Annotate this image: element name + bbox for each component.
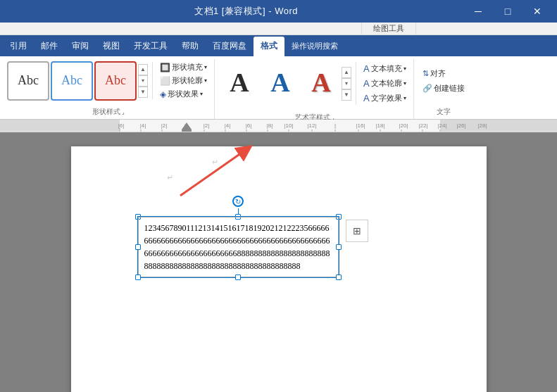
tab-caozuo[interactable]: 操作说明搜索 (284, 37, 345, 56)
handle-bot-center[interactable] (235, 274, 241, 280)
svg-rect-0 (0, 120, 120, 132)
doc-area: ↵ ↵ ↻ 1234567890111213141516171819202121… (0, 132, 557, 392)
para-mark-2: ↵ (167, 173, 173, 182)
annotation-symbol: ⊞ (353, 225, 361, 236)
art-scroll-expand[interactable]: ▾ (342, 78, 351, 89)
art-text-black[interactable]: A (220, 63, 258, 102)
svg-text:|20|: |20| (399, 122, 408, 129)
svg-text:|26|: |26| (456, 122, 465, 129)
svg-text:|24|: |24| (437, 122, 446, 129)
ribbon-content: Abc Abc Abc ▲ ▾ ▼ 🔲 (0, 56, 557, 120)
tab-bangzhu[interactable]: 帮助 (175, 37, 206, 56)
svg-text:|4|: |4| (140, 122, 146, 129)
art-scroll-up[interactable]: ▲ (342, 67, 351, 78)
title-controls: ─ □ ✕ (464, 1, 551, 21)
annotation-icon[interactable]: ⊞ (346, 220, 368, 242)
svg-text:|2|: |2| (161, 122, 168, 129)
effect-dropdown-arrow: ▾ (200, 91, 203, 97)
shape-group-label: 形状样式 ⌟ (7, 105, 210, 119)
art-text-scroll: ▲ ▾ ▼ (342, 67, 351, 101)
rotate-circle-icon[interactable]: ↻ (232, 196, 244, 207)
handle-bot-right[interactable] (336, 274, 342, 280)
shape-style-red[interactable]: Abc (94, 61, 137, 101)
fill-dropdown-arrow: ▾ (204, 64, 207, 70)
text-extra-controls: ⇅ 对齐 🔗 创建链接 (420, 64, 468, 98)
separator-2 (356, 62, 356, 105)
text-outline-icon: A (363, 78, 370, 89)
svg-text:|: | (334, 122, 336, 129)
text-group-label: 文字 (420, 105, 468, 119)
text-controls: A 文本填充 ▾ A 文本轮廓 ▾ A 文字效果 ▾ (361, 59, 409, 108)
ruler-inner: |6| |4| |2| | |2| |4| |6| |8| |10| |12| (0, 120, 557, 132)
shape-effect-button[interactable]: ◈ 形状效果 ▾ (157, 88, 210, 100)
svg-text:|16|: |16| (356, 122, 365, 129)
art-text-content: A A A ▲ ▾ ▼ A (220, 59, 409, 110)
art-scroll-down[interactable]: ▼ (342, 89, 351, 101)
shape-group-expand[interactable]: ⌟ (122, 109, 125, 115)
svg-line-39 (180, 150, 246, 196)
shape-scroll-up[interactable]: ▲ (138, 64, 148, 75)
art-text-container: A A A ▲ ▾ ▼ (220, 63, 351, 105)
drawing-tools-label: 绘图工具 (361, 23, 416, 34)
shape-styles-group: Abc Abc Abc ▲ ▾ ▼ 🔲 (3, 59, 215, 119)
svg-text:|10|: |10| (284, 122, 293, 129)
svg-text:|8|: |8| (267, 122, 273, 129)
shape-styles-container: Abc Abc Abc ▲ ▾ ▼ (7, 61, 148, 101)
shape-styles-content: Abc Abc Abc ▲ ▾ ▼ 🔲 (7, 59, 210, 105)
title-bar: 文档1 [兼容模式] - Word ─ □ ✕ (0, 0, 557, 23)
shape-style-buttons: Abc Abc Abc (7, 61, 137, 101)
minimize-button[interactable]: ─ (464, 1, 492, 21)
tab-youjian[interactable]: 邮件 (34, 37, 65, 56)
art-text-group: A A A ▲ ▾ ▼ A (216, 59, 414, 119)
handle-mid-right[interactable] (336, 244, 342, 250)
tab-baidu[interactable]: 百度网盘 (206, 37, 254, 56)
text-outline-button[interactable]: A 文本轮廓 ▾ (361, 77, 409, 90)
title-text: 文档1 [兼容模式] - Word (194, 5, 298, 18)
tab-kaifa[interactable]: 开发工具 (127, 37, 175, 56)
handle-bot-left[interactable] (135, 274, 141, 280)
text-align-button[interactable]: ⇅ 对齐 (420, 67, 468, 80)
ruler-svg: |6| |4| |2| | |2| |4| |6| |8| |10| |12| (0, 120, 557, 132)
handle-mid-left[interactable] (135, 244, 141, 250)
textbox[interactable]: 1234567890111213141516171819202121222356… (138, 217, 339, 277)
maximize-button[interactable]: □ (494, 1, 522, 21)
tab-geshi[interactable]: 格式 (254, 37, 284, 56)
shape-style-blue[interactable]: Abc (51, 61, 93, 101)
shape-scroll-down[interactable]: ▼ (138, 87, 148, 98)
art-text-blue[interactable]: A (261, 63, 299, 102)
shape-style-default[interactable]: Abc (7, 61, 49, 101)
svg-text:|6|: |6| (118, 122, 125, 129)
text-effect-button[interactable]: A 文字效果 ▾ (361, 91, 409, 105)
text-fill-icon: A (363, 63, 370, 74)
text-fill-button[interactable]: A 文本填充 ▾ (361, 62, 409, 75)
ribbon-tabs-bar: 引用 邮件 审阅 视图 开发工具 帮助 百度网盘 格式 操作说明搜索 (0, 35, 557, 56)
ruler: |6| |4| |2| | |2| |4| |6| |8| |10| |12| (0, 120, 557, 132)
text-group: ⇅ 对齐 🔗 创建链接 文字 (415, 59, 472, 119)
shape-outline-button[interactable]: ⬜ 形状轮廓 ▾ (157, 75, 210, 87)
text-fill-dropdown: ▾ (403, 65, 406, 72)
textbox-content: 1234567890111213141516171819202121222356… (144, 223, 330, 271)
tab-yinyong[interactable]: 引用 (3, 37, 34, 56)
svg-text:|6|: |6| (246, 122, 252, 129)
outline-dropdown-arrow: ▾ (204, 77, 207, 84)
tab-shenyue[interactable]: 审阅 (65, 37, 96, 56)
para-mark-1: ↵ (212, 158, 218, 167)
art-text-red[interactable]: A (302, 63, 340, 102)
shape-controls: 🔲 形状填充 ▾ ⬜ 形状轮廓 ▾ ◈ 形状效果 ▾ (157, 61, 210, 100)
svg-text:|18|: |18| (375, 122, 384, 129)
text-outline-dropdown: ▾ (403, 80, 406, 87)
textbox-container[interactable]: ↻ 12345678901112131415161718192021212223… (138, 217, 339, 277)
close-button[interactable]: ✕ (523, 1, 551, 21)
svg-text:|4|: |4| (225, 122, 231, 129)
shape-styles-scroll: ▲ ▾ ▼ (138, 64, 148, 98)
tab-shitu[interactable]: 视图 (96, 37, 127, 56)
text-create-button[interactable]: 🔗 创建链接 (420, 82, 468, 95)
separator-1 (152, 62, 153, 99)
shape-scroll-expand[interactable]: ▾ (138, 75, 148, 87)
art-text-buttons: A A A (220, 63, 340, 105)
svg-text:|28|: |28| (477, 122, 487, 129)
svg-text:|12|: |12| (307, 122, 316, 129)
shape-fill-button[interactable]: 🔲 形状填充 ▾ (157, 61, 210, 73)
text-effect-dropdown: ▾ (403, 95, 406, 101)
text-effect-icon: A (363, 93, 370, 103)
